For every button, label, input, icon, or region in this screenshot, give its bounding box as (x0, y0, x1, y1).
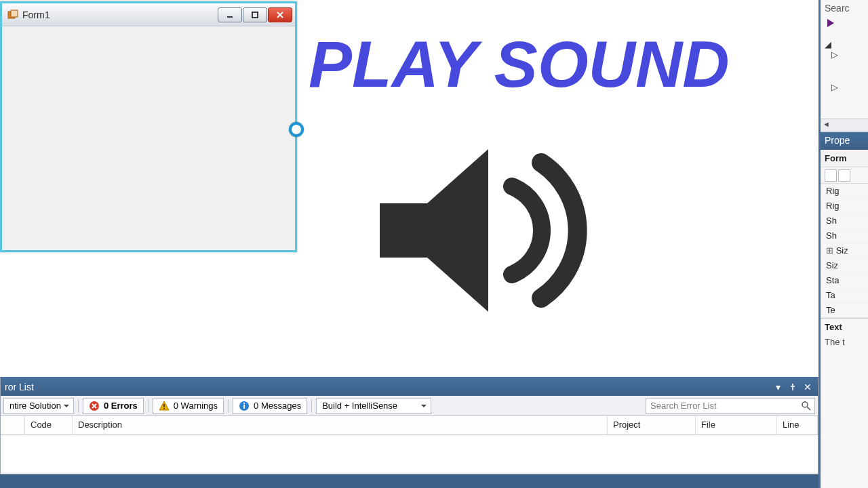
messages-filter-button[interactable]: 0 Messages (233, 398, 307, 414)
messages-count: 0 Messages (254, 401, 301, 411)
properties-panel-title[interactable]: Prope (821, 132, 868, 150)
col-code[interactable]: Code (25, 416, 73, 434)
error-list-title: ror List (5, 382, 34, 392)
svg-rect-3 (252, 12, 258, 18)
errors-count: 0 Errors (104, 401, 138, 411)
properties-grid[interactable]: Rig Rig Sh Sh Siz Siz Sta Ta Te (821, 184, 868, 318)
solution-toolbar[interactable] (821, 18, 868, 35)
warnings-count: 0 Warnings (174, 401, 218, 411)
categorized-icon[interactable] (825, 169, 837, 182)
svg-point-12 (802, 402, 808, 407)
prop-row[interactable]: Ta (821, 288, 868, 303)
prop-row[interactable]: Rig (821, 199, 868, 214)
filter-mode-dropdown[interactable]: Build + IntelliSense (316, 398, 431, 414)
cursor-icon: ▷ (831, 82, 838, 92)
error-list-search-input[interactable]: Search Error List (646, 398, 815, 414)
maximize-button[interactable] (243, 7, 267, 22)
solution-search-input[interactable]: Searc (821, 0, 868, 18)
scope-dropdown[interactable]: ntire Solution (3, 398, 74, 414)
status-bar (0, 474, 818, 488)
form-titlebar[interactable]: Form1 (2, 3, 295, 26)
prop-row[interactable]: Sh (821, 214, 868, 228)
prop-row[interactable]: Sh (821, 228, 868, 243)
col-file[interactable]: File (696, 416, 777, 434)
prop-row[interactable]: Siz (821, 258, 868, 273)
form-app-icon (7, 9, 18, 20)
prop-row[interactable]: Siz (821, 243, 868, 258)
col-icon[interactable] (1, 416, 25, 434)
resize-handle-icon[interactable] (289, 122, 304, 137)
cursor-icon: ▷ (831, 49, 838, 60)
error-icon (89, 401, 100, 411)
search-icon (801, 401, 812, 411)
properties-object-name: Form (821, 150, 868, 167)
prop-row[interactable]: Rig (821, 184, 868, 199)
property-description-title: Text (821, 318, 868, 336)
right-panel-strip: Searc ◢ ▷ ▷ Prope Form Rig Rig Sh Sh Siz… (818, 0, 868, 488)
pin-icon[interactable] (787, 381, 799, 393)
speaker-icon (366, 129, 610, 332)
scope-label: ntire Solution (9, 401, 61, 411)
col-project[interactable]: Project (608, 416, 696, 434)
col-line[interactable]: Line (777, 416, 818, 434)
error-list-body[interactable] (1, 435, 818, 472)
form-title: Form1 (22, 9, 50, 20)
solution-tree[interactable]: ◢ ▷ ▷ (821, 35, 868, 115)
warning-icon (159, 401, 170, 411)
minimize-button[interactable] (218, 7, 242, 22)
panel-options-icon[interactable]: ▾ (772, 381, 784, 393)
svg-line-13 (807, 407, 810, 410)
svg-rect-10 (243, 405, 245, 409)
horizontal-scrollbar[interactable] (821, 119, 868, 132)
form-client-area[interactable] (9, 32, 288, 243)
close-button[interactable] (268, 7, 292, 22)
col-description[interactable]: Description (73, 416, 608, 434)
info-icon (239, 401, 250, 411)
error-list-titlebar[interactable]: ror List ▾ ✕ (1, 378, 818, 396)
alphabetical-icon[interactable] (838, 169, 850, 182)
filter-mode-label: Build + IntelliSense (322, 401, 397, 411)
vs-solution-icon (826, 18, 837, 28)
error-list-toolbar: ntire Solution 0 Errors 0 Warnings 0 Mes… (1, 396, 818, 416)
svg-rect-1 (11, 10, 18, 17)
property-description-body: The t (821, 336, 868, 348)
form-designer-window[interactable]: Form1 (0, 1, 297, 252)
prop-row[interactable]: Sta (821, 273, 868, 288)
svg-rect-11 (243, 403, 245, 404)
errors-filter-button[interactable]: 0 Errors (83, 398, 144, 414)
search-placeholder: Search Error List (650, 401, 717, 411)
play-sound-headline: PLAY SOUND (309, 27, 730, 102)
prop-row[interactable]: Te (821, 303, 868, 318)
svg-rect-8 (163, 408, 165, 409)
close-panel-icon[interactable]: ✕ (802, 381, 814, 393)
error-list-columns: Code Description Project File Line (1, 416, 818, 435)
properties-toolbar[interactable] (821, 167, 868, 184)
error-list-panel: ror List ▾ ✕ ntire Solution 0 Errors 0 W… (0, 377, 818, 474)
warnings-filter-button[interactable]: 0 Warnings (153, 398, 224, 414)
svg-rect-7 (163, 404, 165, 407)
